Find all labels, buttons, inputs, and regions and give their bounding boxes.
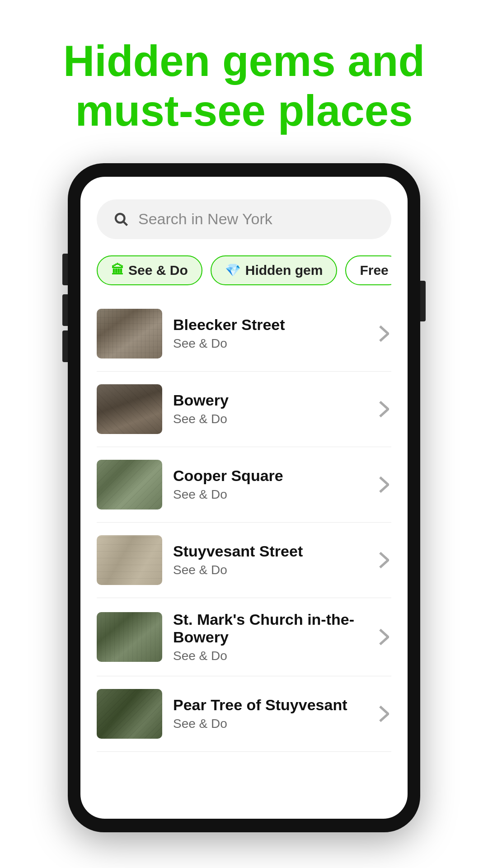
place-name-stmarks: St. Mark's Church in-the-Bowery: [173, 611, 366, 646]
svg-line-1: [123, 222, 127, 225]
search-icon: [113, 211, 129, 227]
place-thumb-stmarks: [97, 612, 162, 662]
place-item-stuyvesant-street[interactable]: Stuyvesant Street See & Do: [97, 523, 391, 598]
place-item-cooper-square[interactable]: Cooper Square See & Do: [97, 447, 391, 523]
place-info-cooper: Cooper Square See & Do: [173, 467, 366, 502]
place-name-bleecker: Bleecker Street: [173, 316, 366, 334]
hidden-gem-icon: 💎: [225, 263, 241, 278]
place-name-pear: Pear Tree of Stuyvesant: [173, 696, 366, 714]
place-item-st-marks[interactable]: St. Mark's Church in-the-Bowery See & Do: [97, 598, 391, 676]
place-name-cooper: Cooper Square: [173, 467, 366, 485]
place-info-bleecker: Bleecker Street See & Do: [173, 316, 366, 351]
hero-title: Hidden gems and must-see places: [0, 0, 488, 163]
chevron-right-cooper: [377, 477, 391, 492]
chip-see-do[interactable]: 🏛 See & Do: [97, 255, 202, 285]
place-category-bowery: See & Do: [173, 412, 366, 426]
place-category-cooper: See & Do: [173, 487, 366, 502]
filter-chips: 🏛 See & Do 💎 Hidden gem Free 🍴 Eat: [97, 255, 391, 285]
chip-see-do-label: See & Do: [128, 263, 188, 278]
see-do-icon: 🏛: [111, 263, 124, 278]
chip-free-label: Free: [360, 263, 388, 278]
search-placeholder: Search in New York: [138, 210, 272, 228]
place-info-bowery: Bowery See & Do: [173, 392, 366, 426]
chip-hidden-gem-label: Hidden gem: [245, 263, 323, 278]
place-thumb-bleecker: [97, 309, 162, 359]
place-item-bleecker-street[interactable]: Bleecker Street See & Do: [97, 296, 391, 372]
chevron-right-stmarks: [377, 630, 391, 644]
place-name-bowery: Bowery: [173, 392, 366, 409]
chevron-right-bowery: [377, 402, 391, 416]
chevron-right-bleecker: [377, 326, 391, 341]
phone-frame: Search in New York 🏛 See & Do 💎 Hidden g…: [68, 163, 420, 832]
svg-point-0: [116, 214, 125, 223]
chip-free[interactable]: Free: [345, 255, 391, 285]
place-category-bleecker: See & Do: [173, 336, 366, 351]
place-item-bowery[interactable]: Bowery See & Do: [97, 372, 391, 447]
place-thumb-pear: [97, 689, 162, 739]
place-category-stmarks: See & Do: [173, 649, 366, 663]
place-name-stuyvesant: Stuyvesant Street: [173, 542, 366, 560]
phone-screen: Search in New York 🏛 See & Do 💎 Hidden g…: [80, 177, 408, 819]
place-category-pear: See & Do: [173, 717, 366, 731]
place-info-stmarks: St. Mark's Church in-the-Bowery See & Do: [173, 611, 366, 663]
search-bar[interactable]: Search in New York: [97, 199, 391, 239]
place-item-pear-tree[interactable]: Pear Tree of Stuyvesant See & Do: [97, 676, 391, 752]
chevron-right-pear: [377, 707, 391, 721]
place-info-stuyvesant: Stuyvesant Street See & Do: [173, 542, 366, 577]
page-wrapper: Hidden gems and must-see places Search i…: [0, 0, 488, 868]
place-category-stuyvesant: See & Do: [173, 563, 366, 577]
places-list: Bleecker Street See & Do Bowery See & Do: [97, 296, 391, 752]
chevron-right-stuyvesant: [377, 553, 391, 567]
place-thumb-cooper: [97, 460, 162, 509]
place-thumb-stuyvesant: [97, 535, 162, 585]
place-info-pear: Pear Tree of Stuyvesant See & Do: [173, 696, 366, 731]
place-thumb-bowery: [97, 384, 162, 434]
screen-content: Search in New York 🏛 See & Do 💎 Hidden g…: [80, 177, 408, 752]
chip-hidden-gem[interactable]: 💎 Hidden gem: [211, 255, 338, 285]
